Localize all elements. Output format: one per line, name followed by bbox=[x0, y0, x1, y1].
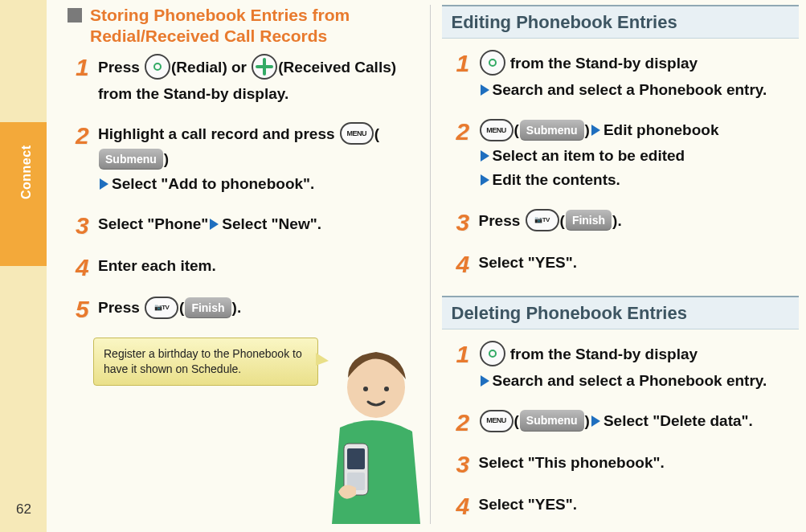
step-text: Highlight a call record and press bbox=[98, 125, 339, 142]
arrow-right-icon bbox=[591, 125, 600, 136]
step-body: Enter each item. bbox=[98, 254, 419, 278]
step-text: Press bbox=[98, 299, 144, 316]
step-text: Press bbox=[98, 58, 144, 75]
step-number: 1 bbox=[76, 55, 98, 80]
step: 3Select "Phone"Select "New". bbox=[76, 212, 419, 238]
menu-key-icon: MENU bbox=[480, 410, 513, 432]
step-body: from the Stand-by displaySearch and sele… bbox=[479, 50, 800, 102]
step: 4Enter each item. bbox=[76, 254, 419, 280]
tip-text: Register a birthday to the Phonebook to … bbox=[104, 347, 302, 375]
step: 1 from the Stand-by displaySearch and se… bbox=[456, 50, 800, 102]
step-text: Search and select a Phonebook entry. bbox=[493, 372, 767, 389]
step-text: Edit the contents. bbox=[493, 171, 620, 188]
nav-key-icon bbox=[145, 54, 170, 80]
step-body: Select "YES". bbox=[479, 251, 800, 275]
svg-rect-4 bbox=[347, 448, 365, 469]
side-stripe: Connect bbox=[0, 0, 47, 532]
step-text: (Redial) or bbox=[171, 58, 251, 75]
step-body: Select "This phonebook". bbox=[479, 451, 800, 475]
step-text: ). bbox=[612, 212, 622, 229]
svg-rect-3 bbox=[344, 444, 368, 495]
step-body: MENU(Submenu)Select "Delete data". bbox=[479, 409, 800, 434]
step-body: Highlight a call record and press MENU(S… bbox=[98, 122, 419, 197]
camera-tv-key-icon: 📷TV bbox=[526, 209, 559, 231]
step-number: 3 bbox=[76, 214, 98, 238]
svg-point-0 bbox=[347, 357, 405, 418]
section-title-editing: Editing Phonebook Entries bbox=[442, 5, 800, 39]
step-text: Press bbox=[479, 212, 525, 229]
nav-key-icon bbox=[480, 341, 505, 366]
step-number: 2 bbox=[456, 120, 479, 144]
nav-key-icon bbox=[480, 50, 505, 76]
step-number: 1 bbox=[456, 342, 479, 366]
step-text: ) bbox=[164, 150, 169, 167]
step-text: ( bbox=[374, 125, 379, 142]
arrow-right-icon bbox=[481, 174, 489, 186]
step-body: Press 📷TV(Finish). bbox=[479, 209, 800, 234]
step-number: 2 bbox=[456, 411, 479, 435]
softkey-chip: Submenu bbox=[520, 120, 584, 141]
arrow-right-icon bbox=[481, 150, 489, 162]
section-title-storing: Storing Phonebook Entries from Redial/Re… bbox=[61, 5, 419, 47]
step-text: Select "Phone" bbox=[98, 215, 208, 232]
step-body: Press (Redial) or (Received Calls) from … bbox=[98, 54, 419, 106]
step-text: from the Stand-by display bbox=[506, 345, 698, 362]
svg-rect-5 bbox=[347, 473, 365, 490]
softkey-chip: Submenu bbox=[520, 410, 584, 431]
arrow-right-icon bbox=[591, 415, 600, 427]
menu-key-icon: MENU bbox=[480, 119, 513, 141]
step-body: Press 📷TV(Finish). bbox=[98, 296, 419, 321]
step-number: 4 bbox=[76, 256, 98, 280]
step: 3Select "This phonebook". bbox=[456, 451, 800, 477]
step-text: ). bbox=[232, 299, 242, 316]
softkey-chip: Submenu bbox=[99, 149, 163, 170]
step-number: 5 bbox=[76, 297, 98, 321]
step-text: Search and select a Phonebook entry. bbox=[493, 81, 767, 98]
step: 2MENU(Submenu)Edit phonebookSelect an it… bbox=[456, 118, 800, 192]
camera-tv-key-icon: 📷TV bbox=[145, 297, 178, 319]
square-bullet-icon bbox=[68, 8, 82, 23]
step-text: ) bbox=[585, 412, 590, 429]
step-number: 4 bbox=[456, 494, 479, 518]
step-text: ( bbox=[514, 121, 519, 138]
step-number: 1 bbox=[456, 51, 479, 76]
step: 3Press 📷TV(Finish). bbox=[456, 209, 800, 235]
step: 5Press 📷TV(Finish). bbox=[76, 296, 419, 321]
step-number: 2 bbox=[76, 124, 98, 148]
step-text: Select an item to be edited bbox=[493, 147, 685, 164]
step: 4Select "YES". bbox=[456, 251, 800, 276]
softkey-chip: Finish bbox=[185, 297, 231, 318]
heading-line-2: Redial/Received Call Records bbox=[90, 27, 327, 45]
step-text: Select "YES". bbox=[479, 496, 578, 513]
step: 2Highlight a call record and press MENU(… bbox=[76, 122, 419, 197]
step-text: Select "Delete data". bbox=[603, 412, 753, 429]
step: 1Press (Redial) or (Received Calls) from… bbox=[76, 54, 419, 106]
arrow-right-icon bbox=[481, 375, 489, 387]
step-text: Select "This phonebook". bbox=[479, 454, 665, 471]
four-way-key-icon bbox=[252, 54, 277, 80]
step-body: from the Stand-by displaySearch and sele… bbox=[479, 341, 800, 393]
step-body: Select "Phone"Select "New". bbox=[98, 212, 419, 236]
step-text: Enter each item. bbox=[98, 257, 216, 274]
step-text: ( bbox=[560, 212, 565, 229]
side-tab-label: Connect bbox=[19, 145, 34, 200]
step-text: Select "YES". bbox=[479, 254, 578, 271]
step-body: MENU(Submenu)Edit phonebookSelect an ite… bbox=[479, 118, 800, 192]
step: 1 from the Stand-by displaySearch and se… bbox=[456, 341, 800, 393]
step: 2MENU(Submenu)Select "Delete data". bbox=[456, 409, 800, 435]
step-text: Select "New". bbox=[222, 215, 321, 232]
arrow-right-icon bbox=[481, 84, 489, 96]
step-number: 3 bbox=[456, 211, 479, 235]
arrow-right-icon bbox=[210, 219, 219, 230]
heading-line-1: Storing Phonebook Entries from bbox=[90, 6, 350, 24]
softkey-chip: Finish bbox=[566, 210, 612, 231]
step-text: from the Stand-by display bbox=[506, 55, 698, 72]
menu-key-icon: MENU bbox=[340, 122, 374, 145]
step-text: ) bbox=[585, 121, 590, 138]
section-title-deleting: Deleting Phonebook Entries bbox=[442, 296, 800, 329]
arrow-right-icon bbox=[100, 178, 108, 190]
step-text: Edit phonebook bbox=[603, 121, 719, 138]
step-number: 4 bbox=[456, 252, 479, 276]
tip-callout: Register a birthday to the Phonebook to … bbox=[93, 338, 318, 386]
step-body: Select "YES". bbox=[479, 493, 800, 517]
